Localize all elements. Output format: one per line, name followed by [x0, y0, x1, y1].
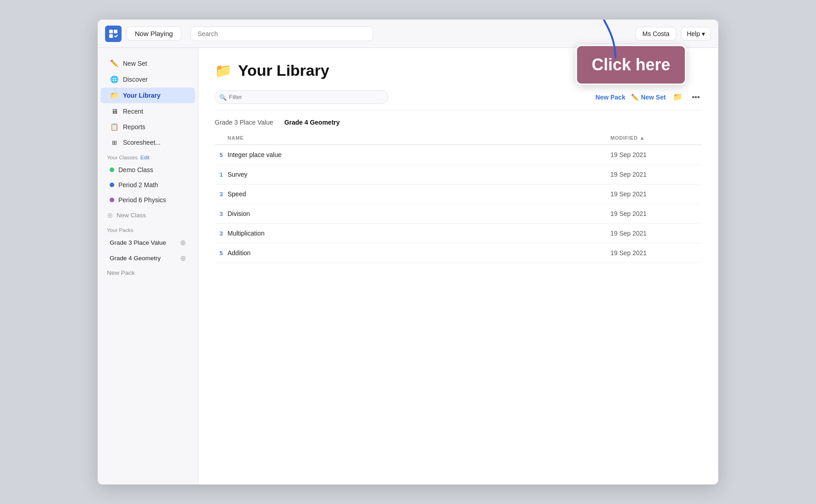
row-name: Speed — [228, 190, 610, 198]
filter-input[interactable] — [215, 90, 388, 104]
sidebar-item-discover[interactable]: 🌐 Discover — [101, 72, 195, 87]
sidebar-item-label: New Set — [123, 60, 147, 67]
page-title-row: 📁 Your Library — [215, 62, 702, 79]
main-content: 📁 Your Library 🔍 New Pack ✏️ New Set 📁 •… — [198, 48, 718, 484]
breadcrumb-row: Grade 3 Place Value Grade 4 Geometry — [215, 119, 702, 126]
new-pack-button[interactable]: New Pack — [595, 94, 625, 101]
add-pack-icon[interactable]: ⊕ — [180, 254, 186, 262]
sidebar-item-label: Demo Class — [118, 166, 153, 173]
period2-math-dot — [110, 183, 114, 187]
scoresheet-icon: ⊞ — [110, 139, 119, 146]
sidebar-item-reports[interactable]: 📋 Reports — [101, 119, 195, 135]
classes-section-label: Your Classes Edit — [98, 150, 198, 162]
sidebar-item-label: Scoresheet... — [123, 139, 161, 146]
plus-icon: ⊕ — [107, 211, 113, 220]
svg-rect-0 — [109, 30, 113, 33]
svg-rect-2 — [109, 34, 113, 38]
folder-icon-button[interactable]: 📁 — [671, 91, 684, 103]
table-header: NAME MODIFIED ▲ — [215, 131, 702, 145]
sidebar-item-new-set[interactable]: ✏️ New Set — [101, 56, 195, 71]
library-icon: 📁 — [110, 91, 119, 100]
sidebar-item-label: Period 6 Physics — [118, 196, 166, 204]
table-row[interactable]: 1 Survey 19 Sep 2021 — [215, 165, 702, 184]
packs-section-label: Your Packs — [98, 223, 198, 235]
sidebar-item-label: Period 2 Math — [118, 181, 158, 189]
row-name: Multiplication — [228, 230, 610, 237]
sidebar-item-label: Discover — [123, 76, 148, 83]
demo-class-dot — [110, 168, 114, 172]
reports-icon: 📋 — [110, 123, 119, 131]
sidebar-item-new-pack[interactable]: New Pack — [98, 266, 198, 279]
row-number: 3 — [215, 210, 228, 217]
sidebar-item-your-library[interactable]: 📁 Your Library — [101, 88, 195, 103]
new-set-icon: ✏️ — [110, 59, 119, 68]
add-pack-icon[interactable]: ⊕ — [180, 238, 186, 247]
sort-arrow-icon: ▲ — [640, 135, 645, 141]
user-button[interactable]: Ms Costa — [636, 27, 676, 41]
pack-label: Grade 3 Place Value — [110, 239, 166, 246]
row-number: 3 — [215, 230, 228, 237]
table-row[interactable]: 5 Integer place value 19 Sep 2021 — [215, 145, 702, 165]
filter-icon: 🔍 — [219, 94, 227, 100]
period6-physics-dot — [110, 198, 114, 202]
classes-edit-link[interactable]: Edit — [140, 155, 149, 160]
sidebar-item-period-6-physics[interactable]: Period 6 Physics — [101, 193, 195, 207]
table-row[interactable]: 5 Addition 19 Sep 2021 — [215, 243, 702, 263]
new-set-button[interactable]: ✏️ New Set — [631, 94, 666, 101]
sidebar-item-recent[interactable]: 🖥 Recent — [101, 104, 195, 119]
body: ✏️ New Set 🌐 Discover 📁 Your Library 🖥 R… — [98, 48, 718, 484]
library-folder-icon: 📁 — [215, 63, 232, 79]
library-toolbar: 🔍 New Pack ✏️ New Set 📁 ••• — [215, 90, 702, 110]
sidebar-item-demo-class[interactable]: Demo Class — [101, 163, 195, 177]
sidebar-pack-grade4[interactable]: Grade 4 Geometry ⊕ — [101, 251, 195, 266]
search-input[interactable] — [191, 26, 373, 41]
sidebar-item-label: Recent — [123, 108, 143, 115]
chevron-down-icon: ▾ — [702, 30, 705, 37]
row-number: 5 — [215, 152, 228, 158]
table-row[interactable]: 3 Speed 19 Sep 2021 — [215, 184, 702, 204]
table-row[interactable]: 3 Multiplication 19 Sep 2021 — [215, 224, 702, 243]
app-logo — [105, 26, 122, 42]
row-name: Integer place value — [228, 151, 610, 158]
pack-label: Grade 4 Geometry — [110, 255, 161, 262]
sidebar-item-new-class[interactable]: ⊕ New Class — [98, 208, 198, 223]
row-number: 1 — [215, 171, 228, 178]
row-name: Division — [228, 210, 610, 217]
row-date: 19 Sep 2021 — [610, 230, 702, 237]
more-options-button[interactable]: ••• — [690, 92, 702, 103]
col-header-modified[interactable]: MODIFIED ▲ — [610, 135, 702, 141]
app-window: Now Playing Ms Costa Help ▾ ✏️ New Set 🌐… — [97, 19, 719, 485]
sidebar-item-scoresheet[interactable]: ⊞ Scoresheet... — [101, 135, 195, 150]
row-number: 3 — [215, 191, 228, 198]
row-date: 19 Sep 2021 — [610, 249, 702, 257]
breadcrumb-grade4[interactable]: Grade 4 Geometry — [284, 119, 339, 126]
sidebar: ✏️ New Set 🌐 Discover 📁 Your Library 🖥 R… — [98, 48, 198, 484]
svg-rect-1 — [114, 30, 117, 33]
sidebar-item-label: Your Library — [123, 92, 160, 99]
breadcrumb-grade3[interactable]: Grade 3 Place Value — [215, 119, 273, 126]
row-date: 19 Sep 2021 — [610, 171, 702, 178]
new-pack-label: New Pack — [107, 269, 135, 276]
search-container — [191, 26, 373, 41]
sidebar-item-label: Reports — [123, 123, 145, 131]
new-class-label: New Class — [117, 212, 146, 219]
table-row[interactable]: 3 Division 19 Sep 2021 — [215, 204, 702, 224]
filter-input-wrap: 🔍 — [215, 90, 388, 104]
sidebar-pack-grade3[interactable]: Grade 3 Place Value ⊕ — [101, 235, 195, 250]
help-button[interactable]: Help ▾ — [681, 27, 711, 41]
now-playing-button[interactable]: Now Playing — [126, 26, 181, 41]
row-number: 5 — [215, 250, 228, 257]
discover-icon: 🌐 — [110, 75, 119, 84]
row-name: Addition — [228, 249, 610, 257]
header: Now Playing Ms Costa Help ▾ — [98, 20, 718, 48]
col-header-name: NAME — [228, 135, 610, 141]
sidebar-item-period-2-math[interactable]: Period 2 Math — [101, 178, 195, 192]
page-title: Your Library — [238, 62, 329, 79]
row-name: Survey — [228, 171, 610, 178]
row-date: 19 Sep 2021 — [610, 190, 702, 198]
recent-icon: 🖥 — [110, 107, 119, 115]
row-date: 19 Sep 2021 — [610, 151, 702, 158]
row-date: 19 Sep 2021 — [610, 210, 702, 217]
edit-icon: ✏️ — [631, 94, 639, 101]
table-body: 5 Integer place value 19 Sep 2021 1 Surv… — [215, 145, 702, 263]
